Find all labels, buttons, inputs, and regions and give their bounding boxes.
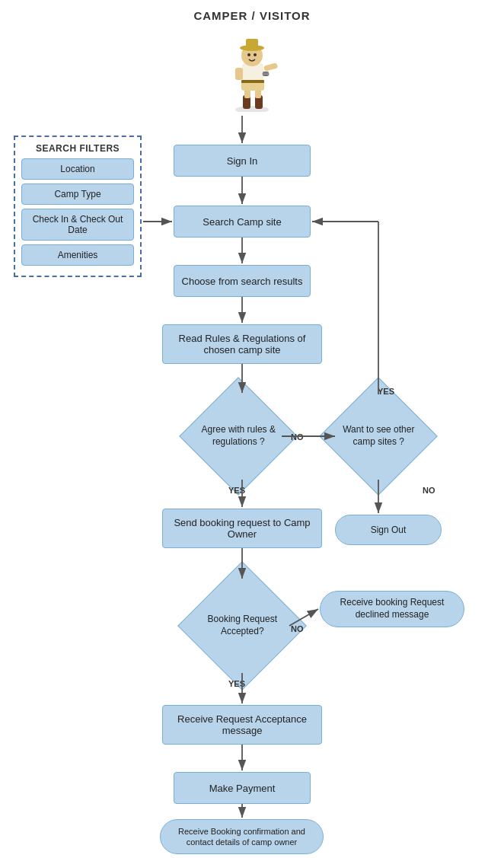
filter-camp-type: Camp Type	[21, 183, 134, 205]
no-label-agree: NO	[291, 432, 304, 442]
svg-point-17	[266, 72, 270, 76]
svg-point-13	[247, 53, 250, 56]
filter-location: Location	[21, 158, 134, 180]
filter-checkin: Check In & Check Out Date	[21, 209, 134, 241]
page-title: CAMPER / VISITOR	[0, 9, 504, 22]
no-label-want: NO	[423, 486, 435, 495]
yes-label-booking: YES	[228, 679, 245, 688]
read-rules-box: Read Rules & Regulations of chosen camp …	[162, 324, 322, 364]
receive-acceptance-box: Receive Request Acceptance message	[162, 705, 322, 745]
search-filters-title: SEARCH FILTERS	[21, 143, 134, 154]
agree-rules-diamond: Agree with rules & regulations ?	[179, 377, 298, 496]
search-camp-box: Search Camp site	[174, 206, 311, 238]
svg-point-0	[235, 106, 269, 112]
diagram-container: CAMPER / VISITOR	[0, 0, 504, 858]
make-payment-box: Make Payment	[174, 772, 311, 804]
svg-rect-12	[246, 39, 258, 49]
booking-declined-box: Receive booking Request declined message	[320, 591, 464, 627]
svg-rect-9	[235, 68, 243, 80]
sign-in-box: Sign In	[174, 145, 311, 177]
svg-point-14	[254, 53, 257, 56]
booking-accepted-diamond: Booking Request Accepted?	[177, 561, 307, 691]
search-filters-box: SEARCH FILTERS Location Camp Type Check …	[14, 136, 142, 277]
camper-figure	[218, 24, 286, 116]
yes-label-agree: YES	[228, 486, 245, 495]
svg-rect-7	[241, 80, 264, 83]
booking-confirmation-box: Receive Booking confirmation and contact…	[160, 819, 324, 854]
sign-out-box: Sign Out	[335, 515, 442, 545]
filter-amenities: Amenities	[21, 244, 134, 266]
svg-rect-8	[263, 62, 278, 71]
send-booking-box: Send booking request to Camp Owner	[162, 509, 322, 548]
yes-label-want: YES	[378, 387, 394, 396]
choose-results-box: Choose from search results	[174, 265, 311, 297]
no-label-booking: NO	[291, 624, 304, 633]
